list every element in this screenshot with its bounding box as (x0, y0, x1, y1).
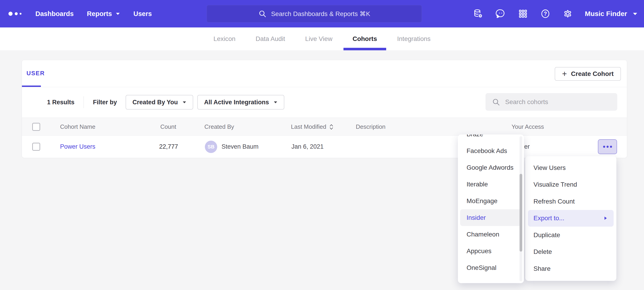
cohort-search-input[interactable]: Search cohorts (486, 93, 617, 111)
table-row: Power Users 22,777 SB Steven Baum Jan 6,… (22, 136, 627, 158)
last-modified-value: Jan 6, 2021 (292, 136, 324, 158)
top-nav: Dashboards Reports Users Search Dashboar… (0, 0, 644, 28)
dot-icon (606, 146, 608, 148)
export-option-google-adwords[interactable]: Google Adwords (458, 159, 524, 176)
filter-by-label: Filter by (93, 99, 117, 106)
export-option-appcues[interactable]: Appcues (458, 243, 524, 259)
created-by-filter-value: Created By You (132, 99, 178, 106)
col-description[interactable]: Description (356, 118, 386, 136)
project-switcher[interactable]: Music Finder (585, 10, 638, 18)
submenu-arrow-icon (604, 216, 607, 220)
col-last-modified[interactable]: Last Modified (291, 118, 334, 136)
row-actions-button[interactable] (598, 139, 617, 154)
nav-item-reports[interactable]: Reports (87, 10, 120, 18)
row-checkbox[interactable] (32, 143, 40, 151)
menu-item-label: Export to... (534, 215, 564, 222)
tab-cohorts[interactable]: Cohorts (352, 28, 377, 50)
integrations-filter-dropdown[interactable]: All Active Integrations (197, 95, 284, 109)
divider (84, 96, 84, 108)
chevron-down-icon (116, 12, 120, 15)
table-header: Cohort Name Count Created By Last Modifi… (22, 117, 627, 136)
export-option-onesignal[interactable]: OneSignal (458, 259, 524, 276)
tab-label: Integrations (397, 35, 430, 43)
filter-row: 1 Results Filter by Created By You All A… (22, 87, 627, 117)
active-tab-underline (344, 48, 386, 50)
menu-item-visualize-trend[interactable]: Visualize Trend (525, 176, 616, 193)
nav-right-group: ? Music Finder (473, 0, 638, 28)
tab-data-audit[interactable]: Data Audit (256, 28, 285, 50)
brand-logo-icon[interactable] (7, 9, 26, 19)
export-submenu: Braze Facebook Ads Google Adwords Iterab… (458, 134, 524, 283)
tab-user-cohorts[interactable]: USER (26, 70, 45, 77)
cohorts-card: USER + Create Cohort 1 Results Filter by… (22, 60, 627, 158)
plus-icon: + (562, 70, 567, 78)
menu-item-delete[interactable]: Delete (525, 244, 616, 260)
scrollbar-thumb[interactable] (520, 174, 522, 252)
nav-item-label: Dashboards (36, 10, 74, 18)
select-all-checkbox[interactable] (32, 123, 40, 131)
settings-gear-icon[interactable] (562, 9, 573, 19)
cohort-type-tabs: USER + Create Cohort (22, 60, 627, 87)
dot-icon (610, 146, 612, 148)
create-cohort-label: Create Cohort (571, 70, 614, 78)
svg-text:?: ? (544, 11, 547, 17)
created-by-filter-dropdown[interactable]: Created By You (126, 95, 193, 109)
menu-item-export-to[interactable]: Export to... (528, 210, 614, 227)
tab-label: Cohorts (352, 35, 377, 43)
menu-item-view-users[interactable]: View Users (525, 160, 616, 176)
row-checkbox-cell (32, 136, 40, 158)
export-options-list: Braze Facebook Ads Google Adwords Iterab… (458, 134, 524, 276)
chevron-down-icon (274, 101, 278, 104)
integrations-filter-value: All Active Integrations (204, 99, 269, 106)
nav-item-dashboards[interactable]: Dashboards (36, 10, 74, 18)
col-created-by[interactable]: Created By (204, 118, 234, 136)
tab-label: Lexicon (214, 35, 236, 43)
project-name: Music Finder (585, 10, 627, 18)
col-label: Your Access (512, 123, 544, 130)
menu-item-share[interactable]: Share (525, 260, 616, 277)
feedback-icon[interactable] (495, 9, 506, 19)
results-count: 1 Results (47, 99, 74, 106)
help-icon[interactable]: ? (540, 9, 550, 19)
menu-item-duplicate[interactable]: Duplicate (525, 227, 616, 244)
app-root: Dashboards Reports Users Search Dashboar… (0, 0, 644, 290)
row-actions-menu: View Users Visualize Trend Refresh Count… (525, 156, 616, 281)
col-your-access[interactable]: Your Access (512, 118, 544, 136)
avatar-cell: SB (205, 136, 217, 158)
export-option-chameleon[interactable]: Chameleon (458, 226, 524, 243)
export-option-iterable[interactable]: Iterable (458, 176, 524, 193)
export-option-facebook-ads[interactable]: Facebook Ads (458, 142, 524, 159)
search-icon (492, 98, 500, 106)
tab-label: Live View (305, 35, 332, 43)
created-by-value: Steven Baum (222, 136, 258, 158)
export-option-braze[interactable]: Braze (458, 134, 524, 142)
export-option-moengage[interactable]: MoEngage (458, 193, 524, 209)
sort-icon[interactable] (329, 123, 334, 130)
col-count[interactable]: Count (160, 118, 176, 136)
col-cohort-name[interactable]: Cohort Name (60, 118, 96, 136)
col-label: Cohort Name (60, 123, 96, 130)
nav-item-label: Users (133, 10, 152, 18)
tab-live-view[interactable]: Live View (305, 28, 332, 50)
chevron-down-icon (632, 12, 638, 16)
col-label: Description (356, 123, 386, 130)
tab-integrations[interactable]: Integrations (397, 28, 430, 50)
data-management-icon[interactable] (473, 9, 484, 19)
col-label: Last Modified (291, 123, 326, 130)
global-search-input[interactable]: Search Dashboards & Reports ⌘K (207, 5, 422, 22)
dot-icon (603, 146, 605, 148)
chevron-down-icon (182, 101, 186, 104)
nav-item-users[interactable]: Users (133, 10, 152, 18)
create-cohort-button[interactable]: + Create Cohort (555, 67, 621, 81)
tab-label: Data Audit (256, 35, 285, 43)
menu-item-refresh-count[interactable]: Refresh Count (525, 193, 616, 210)
primary-nav: Dashboards Reports Users (36, 0, 152, 28)
global-search-placeholder: Search Dashboards & Reports ⌘K (271, 10, 370, 18)
section-tabs: Lexicon Data Audit Live View Cohorts Int… (0, 28, 644, 50)
apps-grid-icon[interactable] (518, 9, 528, 19)
avatar: SB (205, 141, 217, 153)
search-icon (258, 10, 266, 18)
export-option-insider[interactable]: Insider (460, 209, 522, 226)
cohort-name-link[interactable]: Power Users (60, 136, 96, 158)
tab-lexicon[interactable]: Lexicon (214, 28, 236, 50)
